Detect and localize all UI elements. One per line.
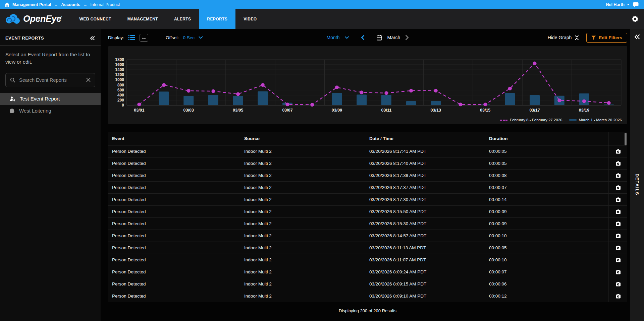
camera-icon[interactable] (615, 161, 621, 166)
cell-datetime: 03/20/2026 8:09:15 AM PDT (365, 278, 485, 290)
svg-text:600: 600 (117, 88, 124, 92)
cell-duration: 00:00:09 (485, 206, 608, 217)
chevron-down-icon (627, 4, 630, 5)
camera-icon[interactable] (615, 185, 621, 190)
cell-event: Person Detected (108, 230, 240, 242)
table-row[interactable]: Person DetectedIndoor Multi 203/20/2026 … (108, 194, 627, 206)
breadcrumb-current-page: Internal Product (90, 2, 120, 7)
next-month-button[interactable] (405, 35, 409, 40)
table-row[interactable]: Person DetectedIndoor Multi 203/20/2026 … (108, 218, 627, 230)
cell-source: Indoor Multi 2 (240, 206, 365, 217)
cell-event: Person Detected (108, 218, 240, 230)
search-box (5, 73, 95, 87)
expand-details-icon[interactable] (634, 34, 640, 40)
list-view-toggle-icon[interactable] (128, 35, 136, 41)
hide-graph-button[interactable]: Hide Graph (548, 35, 579, 41)
camera-icon[interactable] (615, 209, 621, 214)
offset-chevron-down-icon[interactable] (199, 36, 203, 39)
cell-duration: 00:00:09 (485, 218, 608, 230)
cell-datetime: 03/20/2026 8:17:30 AM PDT (365, 194, 485, 205)
column-header-duration: Duration (485, 132, 608, 145)
table-scrollbar-thumb[interactable] (625, 133, 627, 145)
cell-datetime: 03/20/2026 8:17:40 AM PDT (365, 157, 485, 169)
previous-month-button[interactable] (361, 35, 365, 40)
camera-icon[interactable] (615, 173, 621, 178)
offset-label: Offset: (166, 35, 179, 40)
cell-duration: 00:00:12 (485, 290, 608, 302)
table-row[interactable]: Person DetectedIndoor Multi 203/20/2026 … (108, 266, 627, 278)
camera-icon[interactable] (615, 269, 621, 275)
breadcrumb-management-portal[interactable]: Management Portal (12, 2, 51, 7)
cell-source: Indoor Multi 2 (240, 254, 365, 266)
period-chevron-down-icon[interactable] (345, 36, 349, 39)
cell-datetime: 03/20/2026 8:09:24 AM PDT (365, 266, 485, 278)
cell-datetime: 03/20/2026 8:15:30 AM PDT (365, 218, 485, 230)
edit-filters-button[interactable]: Edit Filters (586, 33, 627, 43)
details-panel-strip: DETAILS (630, 29, 644, 321)
svg-text:1400: 1400 (115, 67, 124, 72)
collapse-vertical-icon (575, 35, 579, 41)
filter-funnel-icon (591, 36, 596, 40)
cell-event: Person Detected (108, 206, 240, 217)
tab-management[interactable]: MANAGEMENT (119, 9, 166, 29)
table-row[interactable]: Person DetectedIndoor Multi 203/20/2026 … (108, 242, 627, 254)
events-chart: 02004006008001000120014001600180003/0103… (108, 46, 627, 124)
camera-icon[interactable] (615, 197, 621, 202)
table-row[interactable]: Person DetectedIndoor Multi 203/20/2026 … (108, 278, 627, 290)
table-row[interactable]: Person DetectedIndoor Multi 203/20/2026 … (108, 182, 627, 194)
legend-dashed-line-swatch (500, 120, 507, 121)
tab-web-connect[interactable]: WEB CONNECT (71, 9, 119, 29)
cell-datetime: 03/20/2026 8:14:57 AM PDT (365, 230, 485, 242)
home-icon[interactable] (5, 2, 9, 7)
gear-icon[interactable] (632, 15, 639, 22)
clear-search-icon[interactable] (86, 78, 91, 82)
column-header-event: Event (108, 132, 240, 145)
cell-duration: 00:00:06 (485, 278, 608, 290)
tab-reports[interactable]: REPORTS (199, 9, 235, 29)
camera-icon[interactable] (615, 221, 621, 227)
camera-icon[interactable] (615, 149, 621, 154)
month-value: March (387, 35, 400, 40)
camera-icon[interactable] (615, 257, 621, 263)
period-dropdown[interactable]: Month (327, 35, 340, 40)
cell-event: Person Detected (108, 254, 240, 266)
svg-text:03/01: 03/01 (134, 108, 144, 113)
camera-icon[interactable] (615, 294, 621, 299)
report-item-west-loitering[interactable]: West Loitering (0, 105, 101, 117)
table-row[interactable]: Person DetectedIndoor Multi 203/20/2026 … (108, 157, 627, 170)
table-row[interactable]: Person DetectedIndoor Multi 203/20/2026 … (108, 230, 627, 242)
user-menu[interactable]: Nel Harth (606, 2, 630, 7)
breadcrumb-accounts[interactable]: Accounts (61, 2, 80, 7)
legend-bar-swatch (569, 119, 577, 121)
camera-icon[interactable] (615, 281, 621, 287)
cell-event: Person Detected (108, 170, 240, 181)
event-reports-sidebar: EVENT REPORTS Select an Event Report fro… (0, 29, 101, 321)
cell-event: Person Detected (108, 194, 240, 205)
cell-duration: 00:00:10 (485, 230, 608, 242)
offset-value-dropdown[interactable]: 0 Sec (183, 35, 195, 40)
svg-text:03/05: 03/05 (233, 108, 243, 113)
legend-item: March 1 - March 20 2026 (569, 118, 622, 122)
camera-icon[interactable] (615, 233, 621, 239)
top-bar: Management Portal → Accounts → Internal … (0, 0, 644, 9)
table-row[interactable]: Person DetectedIndoor Multi 203/20/2026 … (108, 145, 627, 157)
report-item-test-event-report[interactable]: Test Event Report (0, 93, 101, 105)
tab-video[interactable]: VIDEO (235, 9, 265, 29)
loitering-head-icon (9, 108, 15, 114)
table-row[interactable]: Person DetectedIndoor Multi 203/20/2026 … (108, 254, 627, 266)
table-row[interactable]: Person DetectedIndoor Multi 203/20/2026 … (108, 206, 627, 218)
calendar-icon (377, 35, 382, 41)
cell-source: Indoor Multi 2 (240, 194, 365, 205)
tab-alerts[interactable]: ALERTS (166, 9, 199, 29)
table-row[interactable]: Person DetectedIndoor Multi 203/20/2026 … (108, 290, 627, 302)
chat-icon[interactable] (633, 2, 639, 7)
event-report-list: Test Event Report West Loitering (0, 93, 101, 117)
hide-graph-label: Hide Graph (548, 35, 572, 40)
search-input[interactable] (19, 77, 83, 83)
image-view-toggle-icon[interactable] (140, 34, 148, 42)
collapse-sidebar-icon[interactable] (90, 36, 95, 41)
svg-text:1000: 1000 (115, 77, 124, 82)
table-row[interactable]: Person DetectedIndoor Multi 203/20/2026 … (108, 170, 627, 182)
cell-source: Indoor Multi 2 (240, 230, 365, 242)
camera-icon[interactable] (615, 245, 621, 251)
